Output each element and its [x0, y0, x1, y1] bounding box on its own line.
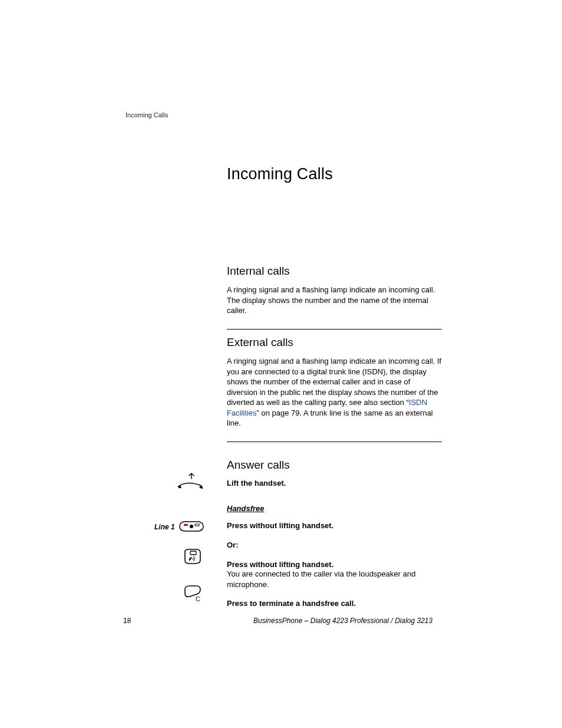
step-press-line1: Press without lifting handset.: [227, 521, 442, 530]
line1-key-icon: [178, 520, 204, 535]
heading-external: External calls: [227, 336, 442, 349]
line1-label: Line 1: [154, 523, 175, 531]
page: Incoming Calls Incoming Calls Internal c…: [0, 0, 562, 728]
body-external: A ringing signal and a flashing lamp ind…: [227, 356, 442, 429]
section-internal: Internal calls A ringing signal and a fl…: [227, 265, 442, 330]
rule: [227, 442, 442, 442]
step-press-speaker-body: You are connected to the caller via the …: [227, 569, 442, 589]
speaker-key-icon: [183, 548, 203, 568]
footer-line: BusinessPhone – Dialog 4223 Professional…: [253, 617, 432, 625]
svg-text:C: C: [196, 595, 200, 602]
rule: [227, 329, 442, 330]
section-external: External calls A ringing signal and a fl…: [227, 336, 442, 442]
subheading-handsfree: Handsfree: [227, 504, 442, 513]
running-header: Incoming Calls: [125, 111, 168, 118]
section-answer: Answer calls Lift the handset. Handsfree…: [227, 459, 442, 608]
step-lift-handset: Lift the handset.: [227, 479, 442, 487]
handset-lift-icon: [176, 472, 205, 492]
step-press-speaker: Press without lifting handset. You are c…: [227, 560, 442, 589]
svg-rect-1: [190, 525, 193, 528]
svg-rect-0: [184, 524, 188, 526]
heading-answer: Answer calls: [227, 459, 442, 472]
step-terminate: Press to terminate a handsfree call.: [227, 599, 442, 608]
svg-rect-3: [190, 551, 196, 555]
body-internal: A ringing signal and a flashing lamp ind…: [227, 285, 442, 316]
clear-key-icon: C: [183, 585, 203, 605]
svg-rect-2: [195, 524, 199, 526]
step-press-speaker-title: Press without lifting handset.: [227, 560, 442, 569]
external-body-post: ” on page 79. A trunk line is the same a…: [227, 409, 433, 428]
heading-internal: Internal calls: [227, 265, 442, 278]
label-or: Or:: [227, 541, 442, 549]
page-title: Incoming Calls: [227, 165, 333, 183]
page-number: 18: [123, 617, 131, 625]
